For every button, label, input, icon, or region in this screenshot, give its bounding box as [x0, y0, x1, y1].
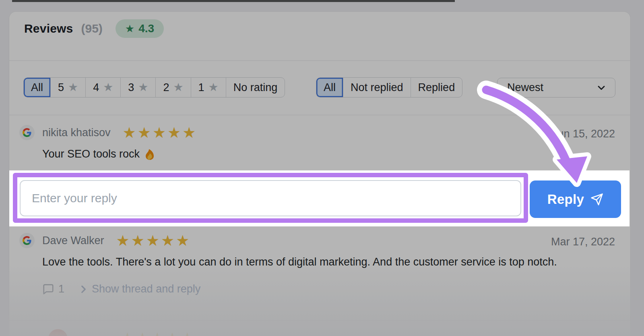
send-plane-icon [590, 193, 603, 206]
reviews-page: Reviews (95) ★ 4.3 All 5 ★ 4 ★ 3 ★ 2 ★ 1 [0, 0, 644, 336]
reply-button[interactable]: Reply [530, 180, 621, 218]
reply-highlight-band: Reply [9, 170, 630, 226]
reply-highlight-box [13, 173, 528, 223]
reply-button-label: Reply [547, 192, 584, 207]
reply-input[interactable] [20, 180, 521, 216]
dim-overlay [0, 0, 644, 336]
